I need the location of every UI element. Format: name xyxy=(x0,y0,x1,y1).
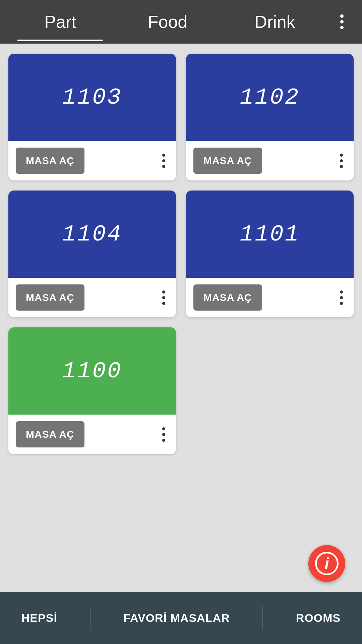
dot-icon xyxy=(162,165,165,168)
more-menu-button[interactable] xyxy=(328,9,355,34)
card-footer-1103: MASA AÇ xyxy=(8,141,176,180)
table-number-1103: 1103 xyxy=(62,85,122,110)
masa-ac-button-1102[interactable]: MASA AÇ xyxy=(193,148,262,174)
dot-icon xyxy=(340,290,343,293)
more-options-1100[interactable] xyxy=(159,424,169,445)
tab-drink[interactable]: Drink xyxy=(221,5,328,39)
more-options-1102[interactable] xyxy=(337,150,346,171)
dot-icon xyxy=(162,439,165,442)
masa-ac-button-1100[interactable]: MASA AÇ xyxy=(16,421,84,447)
masa-ac-button-1103[interactable]: MASA AÇ xyxy=(16,148,84,174)
dot-icon xyxy=(340,26,344,29)
more-options-1104[interactable] xyxy=(159,287,169,308)
table-image-1100[interactable]: 1100 xyxy=(8,327,176,415)
dot-icon xyxy=(340,154,343,157)
card-footer-1102: MASA AÇ xyxy=(186,141,354,180)
dot-icon xyxy=(340,14,344,18)
dot-icon xyxy=(162,159,165,162)
table-card-1103: 1103 MASA AÇ xyxy=(8,54,176,180)
nav-divider xyxy=(262,606,263,630)
card-footer-1104: MASA AÇ xyxy=(8,278,176,317)
bottom-navigation: HEPSİ FAVORİ MASALAR ROOMS xyxy=(0,592,362,644)
table-card-1104: 1104 MASA AÇ xyxy=(8,191,176,317)
tab-bar: Part Food Drink xyxy=(0,0,362,44)
masa-ac-button-1101[interactable]: MASA AÇ xyxy=(193,284,262,311)
bottom-nav-favori[interactable]: FAVORİ MASALAR xyxy=(113,605,240,631)
card-footer-1100: MASA AÇ xyxy=(8,415,176,454)
bottom-nav-hepsi[interactable]: HEPSİ xyxy=(11,605,67,631)
nav-divider xyxy=(90,606,90,630)
table-image-1104[interactable]: 1104 xyxy=(8,191,176,278)
table-number-1100: 1100 xyxy=(62,358,122,384)
table-number-1102: 1102 xyxy=(240,85,300,110)
dot-icon xyxy=(340,302,343,305)
dot-icon xyxy=(340,20,344,23)
info-icon: i xyxy=(315,552,339,575)
dot-icon xyxy=(340,296,343,299)
info-fab-button[interactable]: i xyxy=(308,545,345,582)
more-options-1103[interactable] xyxy=(159,150,169,171)
dot-icon xyxy=(162,290,165,293)
bottom-nav-rooms[interactable]: ROOMS xyxy=(286,605,351,631)
dot-icon xyxy=(162,427,165,430)
table-number-1104: 1104 xyxy=(62,221,122,247)
dot-icon xyxy=(162,154,165,157)
table-image-1101[interactable]: 1101 xyxy=(186,191,354,278)
table-card-1101: 1101 MASA AÇ xyxy=(186,191,354,317)
table-card-1102: 1102 MASA AÇ xyxy=(186,54,354,180)
table-image-1102[interactable]: 1102 xyxy=(186,54,354,141)
tab-food[interactable]: Food xyxy=(114,5,221,39)
tab-part[interactable]: Part xyxy=(7,5,114,39)
dot-icon xyxy=(340,165,343,168)
card-footer-1101: MASA AÇ xyxy=(186,278,354,317)
dot-icon xyxy=(162,302,165,305)
dot-icon xyxy=(162,433,165,436)
more-options-1101[interactable] xyxy=(337,287,346,308)
table-number-1101: 1101 xyxy=(240,221,300,247)
table-grid: 1103 MASA AÇ 1102 MASA AÇ 1104 xyxy=(0,44,362,600)
dot-icon xyxy=(162,296,165,299)
dot-icon xyxy=(340,159,343,162)
masa-ac-button-1104[interactable]: MASA AÇ xyxy=(16,284,84,311)
table-image-1103[interactable]: 1103 xyxy=(8,54,176,141)
table-card-1100: 1100 MASA AÇ xyxy=(8,327,176,454)
